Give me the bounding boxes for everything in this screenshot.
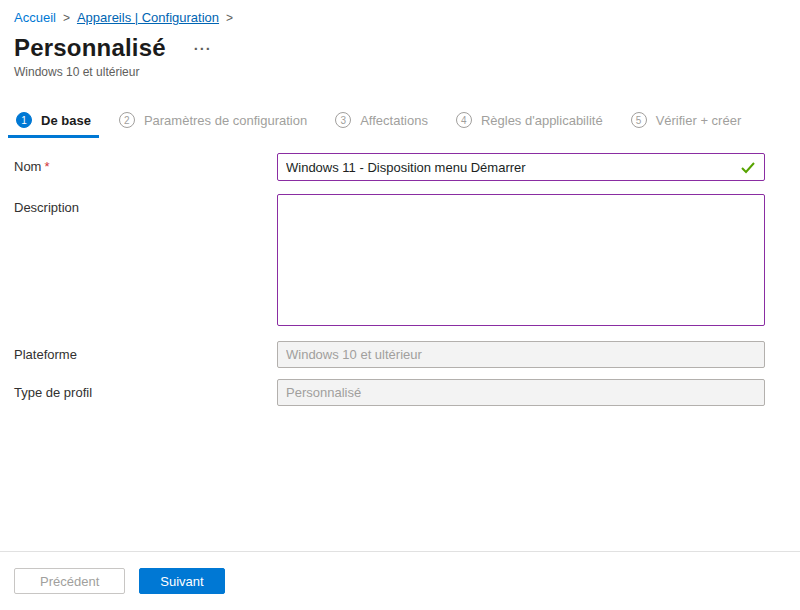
- platform-row: Plateforme: [14, 341, 800, 368]
- step-label: Règles d'applicabilité: [481, 113, 603, 128]
- step-number-badge: 4: [456, 112, 472, 128]
- step-tab-parametres-configuration[interactable]: 2 Paramètres de configuration: [111, 106, 315, 138]
- step-tab-de-base[interactable]: 1 De base: [8, 106, 99, 138]
- basics-form: Nom* Description Plateforme Type de prof…: [14, 153, 800, 406]
- name-label: Nom*: [14, 153, 277, 181]
- step-tab-affectations[interactable]: 3 Affectations: [327, 106, 436, 138]
- breadcrumb-link-devices-configuration[interactable]: Appareils | Configuration: [77, 10, 219, 25]
- breadcrumb-separator: >: [63, 11, 70, 25]
- name-row: Nom*: [14, 153, 800, 181]
- page-header: Personnalisé ··· Windows 10 et ultérieur: [0, 25, 800, 79]
- step-tab-regles-applicabilite[interactable]: 4 Règles d'applicabilité: [448, 106, 611, 138]
- step-number-badge: 3: [335, 112, 351, 128]
- profile-type-label: Type de profil: [14, 379, 277, 406]
- description-label: Description: [14, 194, 277, 326]
- profile-type-input-disabled: [277, 379, 765, 406]
- breadcrumb-link-home[interactable]: Accueil: [14, 10, 56, 25]
- previous-button: Précédent: [14, 568, 125, 594]
- wizard-footer: Précédent Suivant: [0, 551, 800, 610]
- more-options-icon[interactable]: ···: [192, 37, 214, 60]
- name-input[interactable]: [277, 153, 765, 181]
- step-label: Vérifier + créer: [656, 113, 742, 128]
- required-asterisk: *: [44, 159, 49, 174]
- description-textarea[interactable]: [277, 194, 765, 326]
- next-button[interactable]: Suivant: [139, 568, 224, 594]
- step-number-badge: 1: [16, 112, 32, 128]
- step-label: De base: [41, 113, 91, 128]
- profile-type-row: Type de profil: [14, 379, 800, 406]
- platform-input-disabled: [277, 341, 765, 368]
- step-tab-verifier-creer[interactable]: 5 Vérifier + créer: [623, 106, 750, 138]
- page-title: Personnalisé: [14, 34, 166, 62]
- breadcrumb-separator: >: [226, 11, 233, 25]
- platform-label: Plateforme: [14, 341, 277, 368]
- step-number-badge: 2: [119, 112, 135, 128]
- step-label: Paramètres de configuration: [144, 113, 307, 128]
- page-subtitle: Windows 10 et ultérieur: [14, 65, 800, 79]
- step-label: Affectations: [360, 113, 428, 128]
- description-row: Description: [14, 194, 800, 326]
- breadcrumb: Accueil > Appareils | Configuration >: [0, 0, 800, 25]
- step-number-badge: 5: [631, 112, 647, 128]
- wizard-steps: 1 De base 2 Paramètres de configuration …: [8, 106, 800, 139]
